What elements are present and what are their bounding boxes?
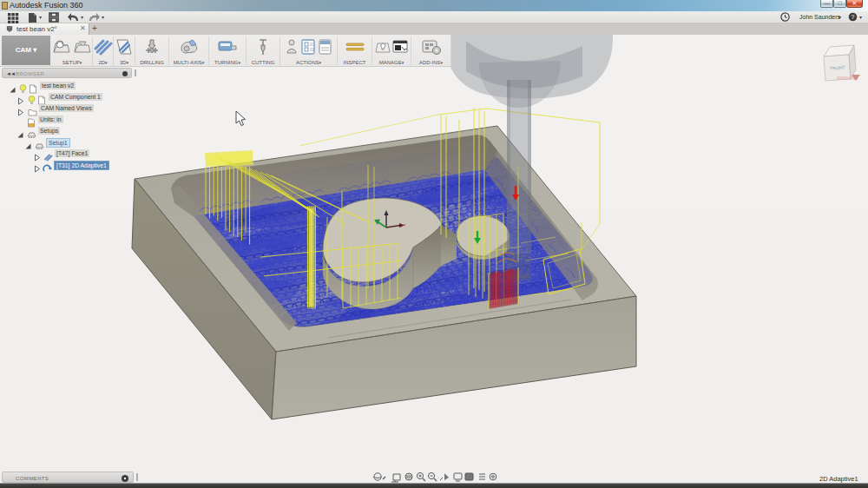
svg-text:?: ?: [852, 14, 855, 20]
svg-text:FRONT: FRONT: [830, 64, 845, 70]
svg-text:02: 02: [310, 47, 315, 52]
